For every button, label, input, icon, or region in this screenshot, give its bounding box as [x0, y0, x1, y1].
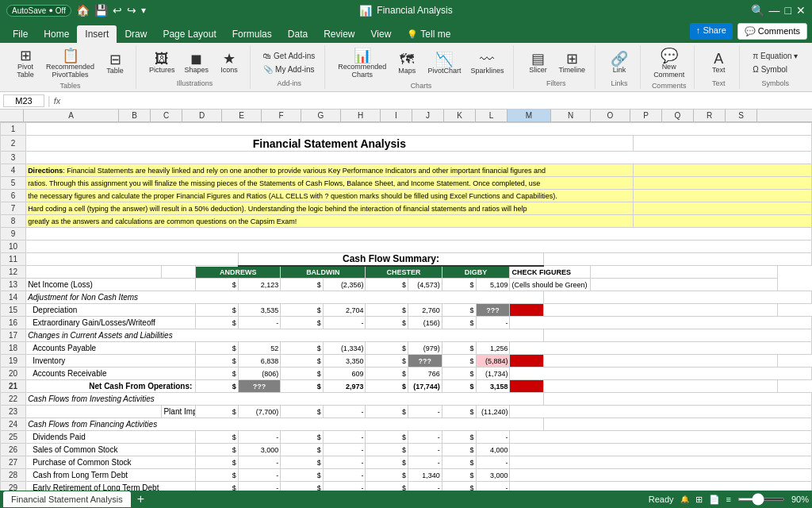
row-20-num: 20	[1, 368, 26, 380]
early-retire-label: Early Retirement of Long Term Debt	[26, 482, 196, 491]
col-N[interactable]: N	[551, 110, 591, 121]
sparklines-btn[interactable]: 〰 Sparklines	[467, 51, 507, 76]
cash-flow-summary-title: Cash Flow Summary:	[238, 253, 543, 266]
text-group-label: Text	[712, 79, 726, 87]
col-S[interactable]: S	[726, 110, 757, 121]
tab-tell-me[interactable]: 💡Tell me	[399, 25, 458, 43]
andrews-netcash-cell[interactable]: ???	[238, 380, 281, 393]
view-layout-icon[interactable]: 📄	[709, 495, 720, 505]
col-C[interactable]: C	[151, 110, 182, 121]
col-G[interactable]: G	[301, 110, 341, 121]
autosave-dot: ●	[48, 6, 52, 14]
comments-button[interactable]: 💬 Comments	[737, 23, 807, 40]
row-29-num: 29	[1, 482, 26, 491]
redo-icon[interactable]: ↪	[127, 4, 136, 17]
col-L[interactable]: L	[476, 110, 508, 121]
col-Q[interactable]: Q	[662, 110, 694, 121]
formula-input[interactable]	[63, 96, 809, 106]
timeline-btn[interactable]: ⊞ Timeline	[555, 50, 588, 75]
tab-formulas[interactable]: Formulas	[224, 25, 280, 43]
link-btn[interactable]: 🔗 Link	[605, 50, 634, 75]
links-group-label: Links	[611, 79, 628, 87]
table-row: 7 Hard coding a cell (typing the answer)…	[1, 202, 812, 215]
add-sheet-button[interactable]: +	[134, 492, 147, 506]
tab-insert[interactable]: Insert	[77, 25, 117, 43]
cell-reference-input[interactable]	[3, 94, 44, 107]
minimize-btn[interactable]: —	[769, 4, 780, 17]
slicer-btn[interactable]: ▤ Slicer	[523, 50, 552, 75]
col-M[interactable]: M	[508, 110, 551, 121]
pictures-btn[interactable]: 🖼 Pictures	[146, 50, 178, 75]
row-3-num: 3	[1, 152, 26, 164]
new-comment-btn[interactable]: 💬 NewComment	[650, 47, 688, 80]
comment-group-label: Comments	[652, 82, 687, 90]
get-addins-btn[interactable]: 🛍 Get Add-ins	[260, 50, 318, 62]
row-2-extra	[633, 136, 811, 152]
shapes-btn[interactable]: ◼ Shapes	[182, 50, 213, 75]
undo-icon[interactable]: ↩	[113, 4, 122, 17]
tab-home[interactable]: Home	[36, 25, 77, 43]
tab-page-layout[interactable]: Page Layout	[155, 25, 224, 43]
col-A[interactable]: A	[24, 110, 119, 121]
andrews-ni-val: 2,123	[238, 279, 281, 291]
col-R[interactable]: R	[694, 110, 726, 121]
symbol-btn[interactable]: Ω Symbol	[749, 64, 801, 75]
table-row: 14 Adjustment for Non Cash Items	[1, 291, 812, 304]
col-K[interactable]: K	[444, 110, 476, 121]
col-P[interactable]: P	[630, 110, 662, 121]
col-F[interactable]: F	[262, 110, 301, 121]
view-normal-icon[interactable]: ⊞	[695, 495, 703, 505]
search-icon[interactable]: 🔍	[751, 4, 764, 17]
sheet-tab-financial[interactable]: Financial Statement Analysis	[3, 491, 131, 507]
pivot-chart-btn[interactable]: 📉 PivotChart	[424, 51, 464, 76]
save-icon[interactable]: 💾	[94, 4, 108, 17]
ribbon-group-charts: 📊 RecommendedCharts 🗺 Maps 📉 PivotChart …	[328, 45, 514, 89]
table-row: 24 Cash Flows from Financing Activities	[1, 418, 812, 431]
recommended-charts-btn[interactable]: 📊 RecommendedCharts	[335, 47, 389, 80]
ribbon-group-links: 🔗 Link Links	[599, 45, 641, 89]
row-22-num: 22	[1, 393, 26, 406]
col-D[interactable]: D	[182, 110, 222, 121]
tab-view[interactable]: View	[363, 25, 400, 43]
more-icon[interactable]: ▾	[141, 5, 146, 16]
tab-draw[interactable]: Draw	[117, 25, 155, 43]
text-btn[interactable]: A Text	[704, 50, 733, 75]
link-icon: 🔗	[611, 52, 628, 66]
row-18-num: 18	[1, 342, 26, 355]
row-19-num: 19	[1, 355, 26, 368]
digby-dep-val[interactable]: ???	[476, 304, 510, 317]
tab-review[interactable]: Review	[316, 25, 362, 43]
ribbon-group-comment: 💬 NewComment Comments	[644, 45, 695, 89]
recommended-pivot-btn[interactable]: 📋 RecommendedPivotTables	[43, 47, 98, 80]
row-2-num: 2	[1, 136, 26, 152]
table-btn[interactable]: ⊟ Table	[101, 51, 129, 76]
col-J[interactable]: J	[412, 110, 444, 121]
maps-btn[interactable]: 🗺 Maps	[393, 51, 421, 76]
zoom-slider[interactable]	[737, 498, 785, 501]
row-5-extra	[633, 177, 811, 190]
home-icon[interactable]: 🏠	[76, 4, 90, 17]
icons-btn[interactable]: ★ Icons	[215, 50, 243, 75]
row-25-num: 25	[1, 431, 26, 444]
tab-file[interactable]: File	[5, 25, 36, 43]
col-I[interactable]: I	[381, 110, 412, 121]
recommended-charts-icon: 📊	[354, 48, 371, 63]
col-H[interactable]: H	[341, 110, 381, 121]
row-16-num: 16	[1, 317, 26, 329]
equation-btn[interactable]: π Equation ▾	[749, 50, 801, 62]
col-B[interactable]: B	[119, 110, 151, 121]
autosave-badge[interactable]: AutoSave ● Off	[6, 5, 71, 17]
col-O[interactable]: O	[591, 110, 630, 121]
pivot-table-btn[interactable]: ⊞ PivotTable	[11, 47, 40, 80]
accounts-receivable-label: Accounts Receivable	[26, 368, 196, 380]
restore-btn[interactable]: □	[785, 4, 791, 17]
dividends-label: Dividends Paid	[26, 431, 196, 444]
tab-data[interactable]: Data	[280, 25, 316, 43]
share-button[interactable]: ↑ Share	[690, 23, 733, 40]
close-btn[interactable]: ✕	[796, 4, 806, 17]
title-bar-center: 📊 Financial Analysis	[359, 5, 452, 17]
view-break-icon[interactable]: ≡	[726, 495, 731, 504]
col-E[interactable]: E	[222, 110, 262, 121]
chester-inventory-cell[interactable]: ???	[408, 355, 442, 368]
my-addins-btn[interactable]: 📎 My Add-ins	[260, 64, 318, 75]
